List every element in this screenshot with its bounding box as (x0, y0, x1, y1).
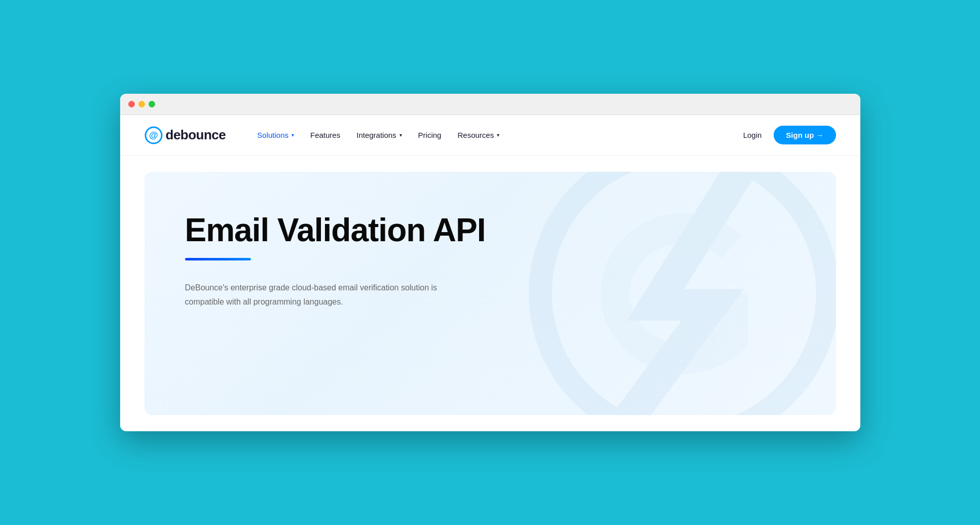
hero-description: DeBounce's enterprise grade cloud-based … (185, 281, 449, 308)
hero-title: Email Validation API (185, 212, 499, 248)
svg-text:@: @ (149, 130, 158, 140)
navbar: @ debounce Solutions ▾ Features Integrat… (120, 115, 860, 156)
nav-item-integrations[interactable]: Integrations ▾ (349, 127, 409, 143)
nav-actions: Login Sign up → (741, 126, 836, 144)
maximize-dot[interactable] (149, 101, 155, 107)
chevron-down-icon: ▾ (292, 132, 294, 138)
hero-content: Email Validation API DeBounce's enterpri… (185, 212, 499, 309)
browser-dots (128, 101, 155, 107)
signup-button[interactable]: Sign up → (774, 126, 836, 144)
nav-item-resources[interactable]: Resources ▾ (450, 127, 506, 143)
chevron-down-icon: ▾ (497, 132, 499, 138)
login-button[interactable]: Login (741, 127, 764, 143)
close-dot[interactable] (128, 101, 135, 107)
chevron-down-icon: ▾ (400, 132, 402, 138)
hero-bg-decoration (512, 172, 836, 415)
logo-text: debounce (166, 127, 226, 143)
hero-divider (185, 258, 251, 260)
browser-window: @ debounce Solutions ▾ Features Integrat… (120, 94, 860, 431)
logo[interactable]: @ debounce (144, 126, 226, 144)
nav-item-solutions[interactable]: Solutions ▾ (250, 127, 301, 143)
nav-item-features[interactable]: Features (303, 127, 347, 143)
logo-icon: @ (144, 126, 163, 144)
nav-links: Solutions ▾ Features Integrations ▾ Pric… (250, 127, 741, 143)
nav-item-pricing[interactable]: Pricing (411, 127, 449, 143)
minimize-dot[interactable] (138, 101, 145, 107)
hero-section: Email Validation API DeBounce's enterpri… (144, 172, 836, 415)
browser-titlebar (120, 94, 860, 115)
browser-content: @ debounce Solutions ▾ Features Integrat… (120, 115, 860, 415)
